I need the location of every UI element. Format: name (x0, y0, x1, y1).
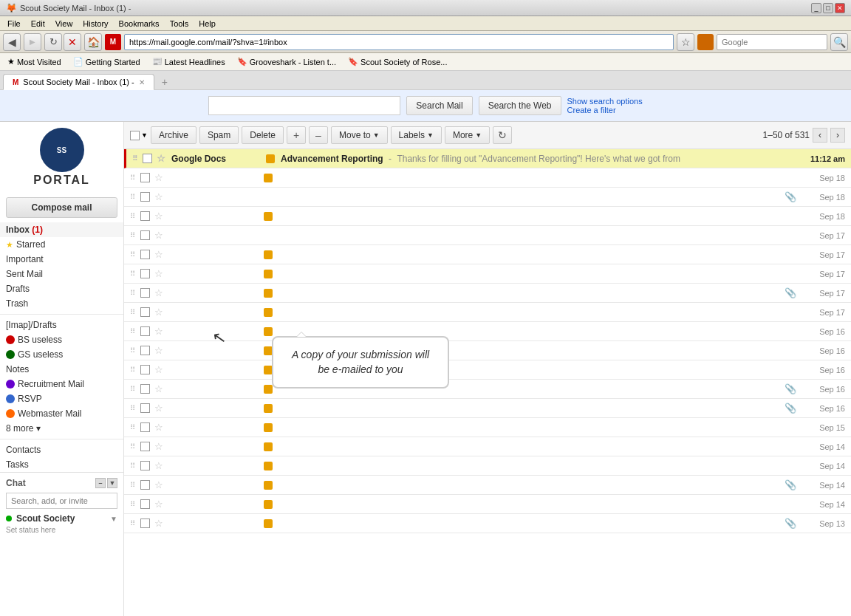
row-checkbox[interactable] (140, 519, 150, 528)
table-row[interactable]: ⠿ ☆ Sep 14 (124, 456, 851, 476)
menu-edit[interactable]: Edit (27, 18, 49, 29)
bookmark-most-visited[interactable]: ★ Most Visited (3, 56, 66, 67)
refresh-button[interactable]: ↻ (493, 126, 512, 144)
row-checkbox[interactable] (140, 365, 150, 374)
search-input[interactable] (208, 96, 400, 115)
row-checkbox[interactable] (140, 173, 150, 182)
sidebar-item-notes[interactable]: Notes (0, 362, 123, 377)
table-row[interactable]: ⠿ ☆ Sep 17 (124, 303, 851, 322)
row-star-button[interactable]: ☆ (154, 172, 165, 183)
chat-expand-arrow[interactable]: ▼ (110, 515, 117, 523)
row-star-button[interactable]: ☆ (154, 422, 165, 433)
search-mail-button[interactable]: Search Mail (406, 96, 472, 115)
table-row[interactable]: ⠿ ☆ 📎 Sep 17 (124, 284, 851, 303)
show-search-options-link[interactable]: Show search options (567, 97, 643, 106)
new-tab-button[interactable]: + (157, 75, 172, 89)
spam-button[interactable]: Spam (199, 126, 239, 144)
table-row[interactable]: ⠿ ☆ 📎 Sep 16 (124, 380, 851, 399)
row-checkbox[interactable] (140, 230, 150, 240)
row-star-button[interactable]: ☆ (154, 518, 165, 529)
table-row[interactable]: ⠿ ☆ 📎 Sep 13 (124, 514, 851, 533)
stop-button[interactable]: ✕ (64, 33, 81, 51)
menu-file[interactable]: File (3, 18, 25, 29)
row-checkbox[interactable] (140, 346, 150, 355)
row-star-button[interactable]: ☆ (154, 191, 165, 202)
row-star-button[interactable]: ☆ (154, 268, 165, 279)
row-checkbox[interactable] (140, 403, 150, 413)
sidebar-item-more[interactable]: 8 more ▾ (0, 421, 123, 436)
sidebar-item-tasks[interactable]: Tasks (0, 457, 123, 472)
row-checkbox[interactable] (140, 288, 150, 298)
row-checkbox[interactable] (140, 326, 150, 336)
table-row[interactable]: ⠿ ☆ Sep 14 (124, 495, 851, 514)
row-checkbox[interactable] (140, 384, 150, 394)
sidebar-item-rsvp[interactable]: RSVP (0, 391, 123, 406)
sidebar-item-starred[interactable]: ★ Starred (0, 237, 123, 252)
row-checkbox[interactable] (140, 480, 150, 490)
row-star-button[interactable]: ☆ (154, 307, 165, 318)
sidebar-item-drafts[interactable]: Drafts (0, 281, 123, 296)
back-button[interactable]: ◀ (3, 33, 21, 51)
more-actions-minus[interactable]: – (309, 126, 328, 144)
chat-options-button[interactable]: ▼ (107, 478, 117, 488)
row-checkbox[interactable] (140, 269, 150, 278)
row-star-button[interactable]: ☆ (154, 441, 165, 452)
table-row[interactable]: ⠿ ☆ Sep 16 (124, 322, 851, 341)
close-button[interactable]: ✕ (835, 3, 845, 13)
row-checkbox[interactable] (143, 154, 152, 163)
table-row[interactable]: ⠿ ☆ Sep 15 (124, 418, 851, 437)
row-star-button[interactable]: ☆ (154, 403, 165, 414)
row-star-button[interactable]: ☆ (154, 383, 165, 394)
row-checkbox[interactable] (140, 461, 150, 470)
move-to-button[interactable]: Move to ▼ (331, 126, 388, 144)
sidebar-item-inbox[interactable]: Inbox (1) (0, 222, 123, 237)
gmail-tab[interactable]: M Scout Society Mail - Inbox (1) - ✕ (3, 74, 154, 90)
row-checkbox[interactable] (140, 192, 150, 202)
bookmark-grooveshark[interactable]: 🔖 Grooveshark - Listen t... (233, 56, 341, 67)
bookmark-getting-started[interactable]: 📄 Getting Started (69, 56, 145, 67)
maximize-button[interactable]: □ (823, 3, 833, 13)
more-button[interactable]: More ▼ (445, 126, 490, 144)
bookmark-star[interactable]: ☆ (677, 33, 694, 51)
table-row[interactable]: ⠿ ☆ 📎 Sep 14 (124, 476, 851, 495)
search-engine-icon[interactable] (697, 34, 714, 50)
reload-button[interactable]: ↻ (44, 33, 62, 51)
table-row[interactable]: ⠿ ☆ Sep 17 (124, 245, 851, 264)
sidebar-item-webmaster[interactable]: Webmaster Mail (0, 406, 123, 421)
archive-button[interactable]: Archive (151, 126, 196, 144)
row-star-button[interactable]: ☆ (154, 345, 165, 356)
delete-button[interactable]: Delete (242, 126, 284, 144)
row-star-button[interactable]: ☆ (157, 153, 167, 164)
sidebar-item-sent[interactable]: Sent Mail (0, 267, 123, 281)
row-star-button[interactable]: ☆ (154, 230, 165, 241)
select-dropdown-arrow[interactable]: ▼ (141, 131, 148, 139)
row-star-button[interactable]: ☆ (154, 364, 165, 375)
menu-tools[interactable]: Tools (165, 18, 194, 29)
row-checkbox[interactable] (140, 422, 150, 432)
row-star-button[interactable]: ☆ (154, 479, 165, 490)
bookmark-headlines[interactable]: 📰 Latest Headlines (148, 56, 230, 67)
sidebar-item-important[interactable]: Important (0, 252, 123, 267)
row-checkbox[interactable] (140, 442, 150, 451)
sidebar-item-trash[interactable]: Trash (0, 296, 123, 311)
sidebar-item-gs-useless[interactable]: GS useless (0, 347, 123, 362)
table-row[interactable]: ⠿ ☆ Sep 18 (124, 168, 851, 188)
sidebar-item-contacts[interactable]: Contacts (0, 442, 123, 457)
table-row[interactable]: ⠿ ☆ Sep 16 (124, 360, 851, 380)
browser-search-input[interactable] (717, 34, 827, 50)
table-row[interactable]: ⠿ ☆ 📎 Sep 16 (124, 399, 851, 418)
table-row[interactable]: ⠿ ☆ Sep 17 (124, 264, 851, 284)
table-row[interactable]: ⠿ ☆ Sep 16 (124, 341, 851, 360)
address-bar[interactable] (124, 34, 674, 50)
sidebar-item-recruitment[interactable]: Recruitment Mail (0, 377, 123, 391)
menu-view[interactable]: View (51, 18, 78, 29)
chat-minimize-button[interactable]: – (95, 478, 106, 488)
row-checkbox[interactable] (140, 307, 150, 317)
chat-user-scout-society[interactable]: Scout Society ▼ (0, 511, 123, 526)
row-star-button[interactable]: ☆ (154, 211, 165, 222)
bookmark-scout[interactable]: 🔖 Scout Society of Rose... (344, 56, 451, 67)
row-checkbox[interactable] (140, 499, 150, 509)
next-page-button[interactable]: › (830, 128, 845, 143)
more-actions-plus[interactable]: + (287, 126, 306, 144)
menu-help[interactable]: Help (194, 18, 220, 29)
